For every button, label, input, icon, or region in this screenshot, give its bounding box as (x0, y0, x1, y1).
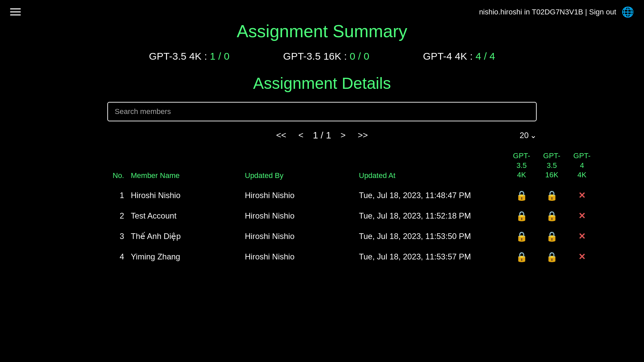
cell-no: 2 (104, 211, 131, 221)
gpt35-16k-stat: GPT-3.5 16K : 0 / 0 (283, 51, 369, 62)
col-gpt4-4k: GPT-44K (567, 151, 597, 180)
table-row: 1 Hiroshi Nishio Hiroshi Nishio Tue, Jul… (104, 185, 540, 206)
lock-icon: 🔒 (546, 231, 558, 242)
col-gpt35-16k: GPT-3.516K (537, 151, 567, 180)
col-member-name: Member Name (131, 171, 245, 180)
cell-updated-at: Tue, Jul 18, 2023, 11:53:50 PM (359, 232, 506, 241)
page-title: Assignment Summary (0, 21, 644, 41)
col-updated-at: Updated At (359, 171, 506, 180)
cell-member-name: Thế Anh Diệp (131, 232, 245, 241)
cell-gpt35-4k: 🔒 (506, 190, 537, 201)
cell-member-name: Test Account (131, 211, 245, 221)
gpt4-4k-value: 4 / 4 (476, 51, 495, 62)
x-icon: ✕ (578, 211, 586, 221)
cell-gpt35-16k: 🔒 (537, 251, 567, 262)
cell-gpt35-4k: 🔒 (506, 231, 537, 242)
section-title: Assignment Details (0, 74, 644, 93)
gpt35-16k-label: GPT-3.5 16K : (283, 51, 347, 62)
cell-gpt4-4k: ✕ (567, 231, 597, 242)
col-no: No. (104, 171, 131, 180)
table-row: 3 Thế Anh Diệp Hiroshi Nishio Tue, Jul 1… (104, 226, 540, 247)
lock-icon: 🔒 (546, 211, 558, 221)
gpt35-4k-value: 1 / 0 (210, 51, 229, 62)
cell-updated-by: Hiroshi Nishio (245, 232, 359, 241)
lock-icon: 🔒 (516, 252, 528, 262)
x-icon: ✕ (578, 252, 586, 262)
cell-updated-at: Tue, Jul 18, 2023, 11:48:47 PM (359, 191, 506, 200)
cell-updated-by: Hiroshi Nishio (245, 211, 359, 221)
col-gpt35-4k: GPT-3.54K (506, 151, 537, 180)
lock-icon: 🔒 (516, 190, 528, 201)
gpt4-4k-label: GPT-4 4K : (423, 51, 473, 62)
x-icon: ✕ (578, 231, 586, 241)
pagination-row: << < 1 / 1 > >> 20 ⌄ (0, 129, 644, 142)
table-header: No. Member Name Updated By Updated At GP… (104, 148, 540, 185)
cell-member-name: Yiming Zhang (131, 252, 245, 261)
table-container: No. Member Name Updated By Updated At GP… (104, 148, 540, 267)
summary-stats: GPT-3.5 4K : 1 / 0 GPT-3.5 16K : 0 / 0 G… (0, 51, 644, 62)
table-row: 4 Yiming Zhang Hiroshi Nishio Tue, Jul 1… (104, 247, 540, 267)
cell-gpt35-16k: 🔒 (537, 210, 567, 222)
table-body: 1 Hiroshi Nishio Hiroshi Nishio Tue, Jul… (104, 185, 540, 267)
cell-updated-by: Hiroshi Nishio (245, 252, 359, 261)
first-page-button[interactable]: << (273, 129, 289, 142)
lock-icon: 🔒 (546, 252, 558, 262)
col-updated-by: Updated By (245, 171, 359, 180)
gpt35-4k-stat: GPT-3.5 4K : 1 / 0 (149, 51, 229, 62)
gpt4-4k-stat: GPT-4 4K : 4 / 4 (423, 51, 495, 62)
per-page-chevron: ⌄ (530, 131, 537, 140)
cell-gpt35-4k: 🔒 (506, 251, 537, 262)
search-input[interactable] (107, 102, 537, 121)
globe-icon[interactable]: 🌐 (622, 6, 634, 18)
cell-no: 1 (104, 191, 131, 200)
user-info: nishio.hiroshi in T02DG7N3V1B | Sign out (479, 8, 616, 16)
lock-icon: 🔒 (516, 211, 528, 221)
x-icon: ✕ (578, 190, 586, 200)
lock-icon: 🔒 (516, 231, 528, 242)
cell-member-name: Hiroshi Nishio (131, 191, 245, 200)
per-page-value: 20 (520, 131, 529, 140)
search-container (107, 102, 537, 121)
cell-updated-by: Hiroshi Nishio (245, 191, 359, 200)
table-row: 2 Test Account Hiroshi Nishio Tue, Jul 1… (104, 206, 540, 226)
cell-gpt4-4k: ✕ (567, 210, 597, 221)
menu-icon[interactable] (10, 8, 21, 15)
pagination-info: 1 / 1 (313, 130, 331, 141)
header-right: nishio.hiroshi in T02DG7N3V1B | Sign out… (479, 6, 634, 18)
cell-no: 3 (104, 232, 131, 241)
cell-updated-at: Tue, Jul 18, 2023, 11:53:57 PM (359, 252, 506, 261)
cell-gpt35-16k: 🔒 (537, 231, 567, 242)
header: nishio.hiroshi in T02DG7N3V1B | Sign out… (0, 0, 644, 18)
lock-icon: 🔒 (546, 190, 558, 201)
gpt35-16k-value: 0 / 0 (350, 51, 369, 62)
cell-no: 4 (104, 252, 131, 261)
cell-gpt4-4k: ✕ (567, 251, 597, 262)
next-page-button[interactable]: > (338, 129, 348, 142)
cell-gpt35-16k: 🔒 (537, 190, 567, 201)
gpt35-4k-label: GPT-3.5 4K : (149, 51, 207, 62)
per-page-selector[interactable]: 20 ⌄ (520, 131, 537, 140)
cell-updated-at: Tue, Jul 18, 2023, 11:52:18 PM (359, 211, 506, 221)
cell-gpt4-4k: ✕ (567, 190, 597, 201)
cell-gpt35-4k: 🔒 (506, 210, 537, 222)
prev-page-button[interactable]: < (296, 129, 306, 142)
last-page-button[interactable]: >> (355, 129, 370, 142)
